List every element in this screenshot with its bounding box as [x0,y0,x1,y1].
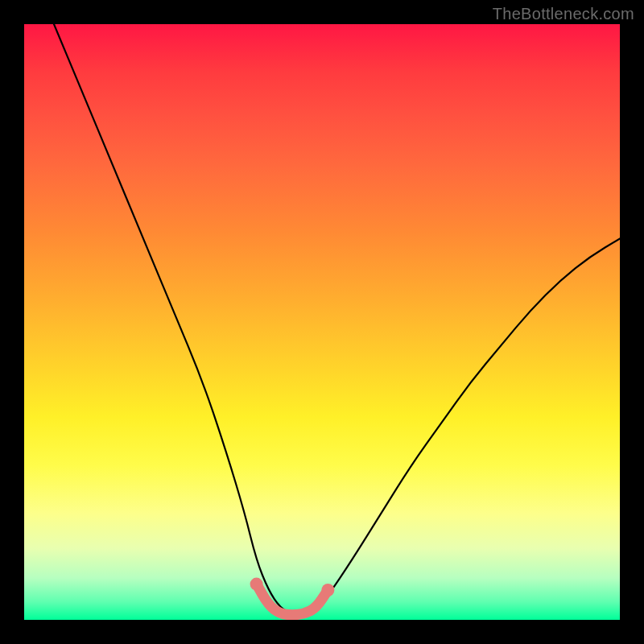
chart-frame: TheBottleneck.com [0,0,644,644]
bottleneck-safe-zone-path [257,584,328,615]
curve-svg [24,24,620,620]
plot-area [24,24,620,620]
safe-zone-end-dot [250,578,263,591]
safe-zone-end-dot [321,584,334,597]
watermark-text: TheBottleneck.com [493,5,634,23]
bottleneck-curve-path [54,24,620,614]
